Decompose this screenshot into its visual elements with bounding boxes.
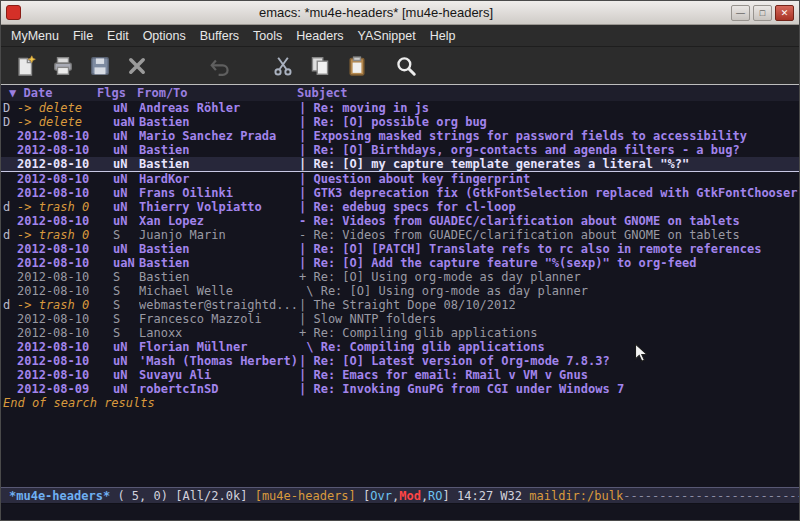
mu4e-headers-buffer: ▼ Date Flgs From/To Subject D-> deleteuN… (1, 85, 799, 520)
message-row[interactable]: d-> trash 0Swebmaster@straightd...| The … (1, 298, 799, 312)
end-of-results: End of search results (1, 396, 799, 410)
message-flags: uN (113, 172, 139, 186)
mode-line-segment: *mu4e-headers* (9, 489, 110, 503)
mode-line-segment: -------------------------------------- (623, 489, 799, 503)
message-date: 2012-08-10 (17, 270, 113, 284)
message-row[interactable]: 2012-08-10SLanoxx+ Re: Compiling glib ap… (1, 326, 799, 340)
mouse-cursor (634, 343, 649, 364)
message-row[interactable]: 2012-08-10uNBastien| Re: [O] Birthdays, … (1, 143, 799, 157)
message-flags: uN (113, 340, 139, 354)
message-from: webmaster@straightd... (139, 298, 299, 312)
menu-tools[interactable]: Tools (246, 29, 289, 43)
message-date: 2012-08-09 (17, 382, 113, 396)
message-row[interactable]: d-> trash 0uNThierry Volpiatto| Re: edeb… (1, 200, 799, 214)
message-from: Mario Sanchez Prada (139, 129, 299, 143)
message-row[interactable]: 2012-08-10SMichael Welle \ Re: [O] Using… (1, 284, 799, 298)
message-flags: uN (113, 101, 139, 115)
message-from: Thierry Volpiatto (139, 200, 299, 214)
message-row[interactable]: 2012-08-10uaNBastien| Re: [O] Add the ca… (1, 256, 799, 270)
message-subject: | Re: [O] Birthdays, org-contacts and ag… (299, 143, 799, 157)
message-row[interactable]: D-> deleteuaNBastien| Re: [O] possible o… (1, 115, 799, 129)
message-from: Frans Oilinki (139, 186, 299, 200)
message-flags: S (113, 326, 139, 340)
message-mark (3, 354, 17, 368)
message-row[interactable]: 2012-08-10uNHardKor| Question about key … (1, 172, 799, 186)
menu-file[interactable]: File (66, 29, 100, 43)
message-mark (3, 270, 17, 284)
menu-options[interactable]: Options (136, 29, 193, 43)
menu-mymenu[interactable]: MyMenu (4, 29, 66, 43)
message-subject: | Re: Invoking GnuPG from CGI under Wind… (299, 382, 799, 396)
message-row[interactable]: 2012-08-10uNFrans Oilinki| GTK3 deprecat… (1, 186, 799, 200)
message-from: Bastien (139, 270, 299, 284)
message-flags: uN (113, 157, 139, 171)
message-row[interactable]: 2012-08-10SFrancesco Mazzoli| Slow NNTP … (1, 312, 799, 326)
mode-line-segment: Mod (399, 489, 421, 503)
message-row[interactable]: 2012-08-09uNrobertcInSD| Re: Invoking Gn… (1, 382, 799, 396)
message-mark: D (3, 101, 17, 115)
message-from: Michael Welle (139, 284, 299, 298)
message-row[interactable]: 2012-08-10uNSuvayu Ali| Re: Emacs for em… (1, 368, 799, 382)
message-list: D-> deleteuNAndreas Röhler| Re: moving i… (1, 101, 799, 396)
message-subject: | Re: [O] Latest version of Org-mode 7.8… (299, 354, 799, 368)
menu-buffers[interactable]: Buffers (193, 29, 246, 43)
mode-line-segment: ( 5, 0) [All/2.0k] (110, 489, 255, 503)
maximize-button[interactable]: □ (753, 5, 772, 21)
cut-icon[interactable] (270, 53, 296, 79)
save-icon[interactable] (87, 53, 113, 79)
message-subject: | Re: [O] [PATCH] Translate refs to rc a… (299, 242, 799, 256)
message-from: Francesco Mazzoli (139, 312, 299, 326)
message-subject: | Question about key fingerprint (299, 172, 799, 186)
message-row[interactable]: D-> deleteuNAndreas Röhler| Re: moving i… (1, 101, 799, 115)
new-file-icon[interactable] (13, 53, 39, 79)
copy-icon[interactable] (307, 53, 333, 79)
buffer-empty-space (1, 410, 799, 487)
menu-yasnippet[interactable]: YASnippet (351, 29, 423, 43)
title-bar[interactable]: emacs: *mu4e-headers* [mu4e-headers] —□✕ (1, 1, 799, 25)
message-mark: d (3, 298, 17, 312)
message-subject: | Slow NNTP folders (299, 312, 799, 326)
message-row[interactable]: 2012-08-10uNMario Sanchez Prada| Exposin… (1, 129, 799, 143)
message-row[interactable]: d-> trash 0SJuanjo Marin- Re: Videos fro… (1, 228, 799, 242)
message-subject: + Re: [O] Using org-mode as day planner (299, 270, 799, 284)
message-row[interactable]: 2012-08-10uNXan Lopez- Re: Videos from G… (1, 214, 799, 228)
menu-help[interactable]: Help (423, 29, 463, 43)
close-button[interactable]: ✕ (775, 5, 794, 21)
column-header-flags[interactable]: Flgs (97, 86, 137, 100)
message-row[interactable]: 2012-08-10uNBastien| Re: [O] my capture … (1, 157, 799, 172)
message-from: Florian Müllner (139, 340, 299, 354)
message-flags: S (113, 228, 139, 242)
close-icon[interactable] (124, 53, 150, 79)
message-flags: uN (113, 242, 139, 256)
message-row[interactable]: 2012-08-10SBastien+ Re: [O] Using org-mo… (1, 270, 799, 284)
print-icon[interactable] (50, 53, 76, 79)
column-header-date[interactable]: ▼ Date (9, 86, 97, 100)
menu-headers[interactable]: Headers (289, 29, 350, 43)
menu-edit[interactable]: Edit (100, 29, 136, 43)
message-from: Juanjo Marin (139, 228, 299, 242)
mode-line-segment: 14:27 W32 (457, 489, 529, 503)
message-subject: | Exposing masked strings for password f… (299, 129, 799, 143)
emacs-app-icon (6, 5, 21, 20)
minimize-button[interactable]: — (731, 5, 750, 21)
message-date: 2012-08-10 (17, 326, 113, 340)
paste-icon[interactable] (344, 53, 370, 79)
message-date: 2012-08-10 (17, 340, 113, 354)
message-mark-target: -> delete (17, 115, 113, 129)
undo-icon[interactable] (207, 53, 233, 79)
message-mark-target: -> trash 0 (17, 200, 113, 214)
message-flags: uN (113, 129, 139, 143)
message-row[interactable]: 2012-08-10uNBastien| Re: [O] [PATCH] Tra… (1, 242, 799, 256)
message-row[interactable]: 2012-08-10uNFlorian Müllner \ Re: Compil… (1, 340, 799, 354)
message-mark (3, 172, 17, 186)
search-icon[interactable] (393, 53, 419, 79)
message-from: Bastien (139, 115, 299, 129)
echo-area[interactable] (1, 504, 799, 520)
message-from: Suvayu Ali (139, 368, 299, 382)
message-row[interactable]: 2012-08-10uN'Mash (Thomas Herbert)| Re: … (1, 354, 799, 368)
column-header-from[interactable]: From/To (137, 86, 297, 100)
message-flags: uN (113, 368, 139, 382)
message-from: HardKor (139, 172, 299, 186)
emacs-window: emacs: *mu4e-headers* [mu4e-headers] —□✕… (0, 0, 800, 521)
column-header-subject[interactable]: Subject (297, 86, 799, 100)
